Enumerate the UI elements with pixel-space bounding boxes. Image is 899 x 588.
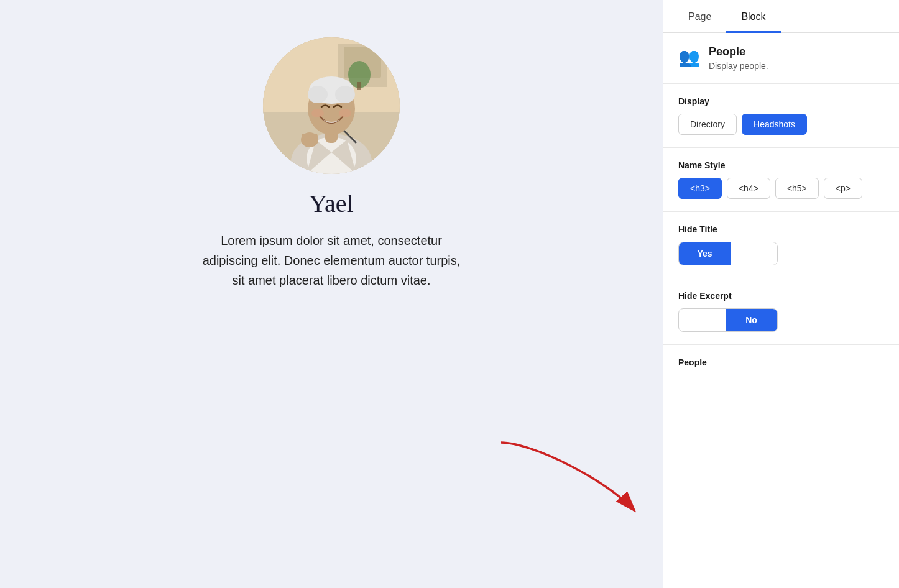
name-style-label: Name Style <box>678 160 884 170</box>
canvas-area: Yael Lorem ipsum dolor sit amet, consect… <box>0 0 663 588</box>
name-style-h5-button[interactable]: <h5> <box>775 178 819 199</box>
block-title: People <box>709 45 768 58</box>
people-icon: 👥 <box>678 47 700 67</box>
name-style-options: <h3> <h4> <h5> <p> <box>678 178 884 199</box>
hide-excerpt-no[interactable]: No <box>726 309 777 331</box>
annotation-arrow <box>482 430 644 532</box>
tab-page[interactable]: Page <box>673 0 726 33</box>
sidebar: Page Block 👥 People Display people. Disp… <box>663 0 899 588</box>
svg-point-12 <box>308 86 328 103</box>
display-directory-button[interactable]: Directory <box>678 114 737 135</box>
hide-title-label: Hide Title <box>678 224 884 234</box>
hide-title-section: Hide Title Yes <box>663 212 899 278</box>
person-card: Yael Lorem ipsum dolor sit amet, consect… <box>201 37 462 290</box>
hide-title-toggle[interactable]: Yes <box>678 242 778 265</box>
hide-title-yes[interactable]: Yes <box>679 242 731 265</box>
hide-excerpt-label: Hide Excerpt <box>678 291 884 301</box>
name-style-h4-button[interactable]: <h4> <box>727 178 770 199</box>
svg-rect-6 <box>357 82 361 90</box>
name-style-section: Name Style <h3> <h4> <h5> <p> <box>663 148 899 212</box>
svg-point-13 <box>335 86 355 103</box>
people-section-label: People <box>663 345 899 372</box>
name-style-h3-button[interactable]: <h3> <box>678 178 722 199</box>
display-label: Display <box>678 96 884 106</box>
sidebar-tabs: Page Block <box>663 0 899 33</box>
hide-excerpt-toggle[interactable]: No <box>678 308 778 332</box>
hide-title-no <box>731 247 777 260</box>
block-details: People Display people. <box>709 45 768 71</box>
display-section: Display Directory Headshots <box>663 84 899 148</box>
svg-point-15 <box>311 109 324 117</box>
block-description: Display people. <box>709 61 768 71</box>
hide-excerpt-section: Hide Excerpt No <box>663 278 899 345</box>
block-info: 👥 People Display people. <box>663 33 899 84</box>
tab-block[interactable]: Block <box>726 0 780 33</box>
svg-rect-18 <box>302 134 318 139</box>
display-options: Directory Headshots <box>678 114 884 135</box>
name-style-p-button[interactable]: <p> <box>824 178 862 199</box>
svg-point-16 <box>339 109 351 117</box>
avatar <box>263 37 400 174</box>
display-headshots-button[interactable]: Headshots <box>742 114 807 135</box>
person-bio: Lorem ipsum dolor sit amet, consectetur … <box>201 231 462 290</box>
person-name: Yael <box>309 189 354 218</box>
hide-excerpt-yes <box>679 314 726 326</box>
